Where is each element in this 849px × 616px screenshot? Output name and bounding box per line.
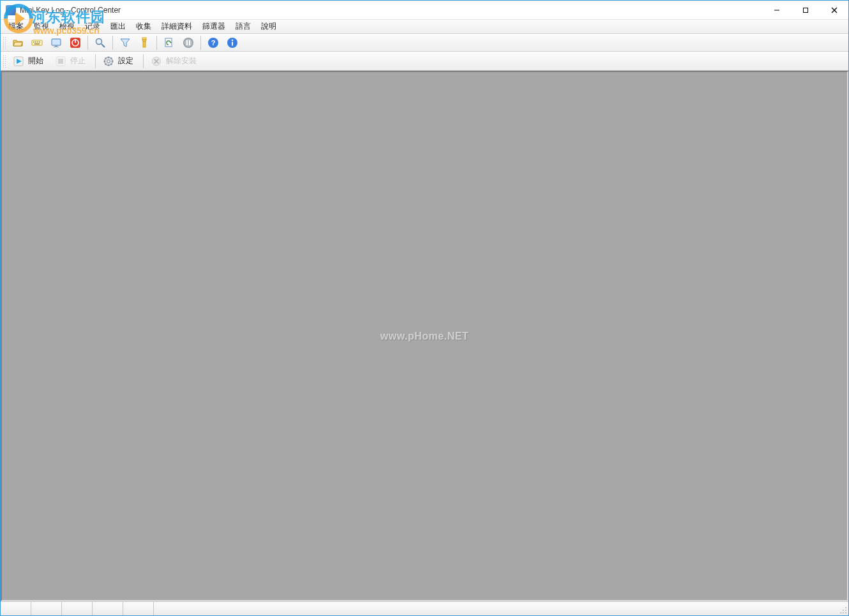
stop-button: 停止 [52, 53, 91, 70]
menu-help[interactable]: 說明 [256, 19, 282, 34]
menu-file[interactable]: 檔案 [3, 19, 29, 34]
svg-rect-31 [232, 41, 233, 45]
svg-point-17 [96, 38, 102, 44]
start-button[interactable]: 開始 [10, 53, 49, 70]
settings-label: 設定 [118, 56, 133, 66]
status-cell [62, 602, 93, 615]
svg-rect-9 [39, 41, 40, 43]
pause-button[interactable] [180, 35, 197, 50]
svg-point-54 [840, 612, 841, 613]
svg-point-30 [232, 39, 234, 41]
refresh-doc-icon [163, 37, 175, 49]
uninstall-label: 解除安裝 [166, 56, 197, 66]
svg-rect-35 [58, 59, 63, 64]
app-icon [6, 5, 16, 15]
flashlight-icon [139, 37, 150, 49]
help-icon: ? [207, 37, 219, 49]
close-icon [831, 7, 838, 13]
icon-toolbar: ? [1, 34, 848, 52]
svg-rect-2 [803, 8, 808, 13]
menu-record[interactable]: 记录 [80, 19, 105, 34]
search-icon [94, 37, 106, 49]
screen-icon [50, 37, 62, 49]
pause-icon [183, 37, 194, 49]
status-cell [123, 602, 154, 615]
search-button[interactable] [92, 35, 109, 50]
toolbar-grip-icon [2, 54, 6, 68]
help-button[interactable]: ? [205, 35, 222, 50]
power-icon [70, 37, 81, 49]
keyboard-button[interactable] [29, 35, 45, 50]
statusbar [1, 601, 848, 615]
toolbar-grip-icon [2, 36, 6, 50]
toolbar-separator [95, 54, 96, 68]
menu-details[interactable]: 詳細資料 [156, 19, 197, 34]
svg-rect-7 [35, 41, 36, 43]
svg-rect-12 [55, 45, 57, 47]
uninstall-button: 解除安裝 [147, 53, 202, 70]
toolbar-separator [87, 36, 88, 50]
resize-grip-icon[interactable] [837, 602, 848, 615]
svg-point-52 [845, 612, 846, 613]
titlebar: Mini Key Log - Control Center [1, 1, 848, 20]
status-cell [93, 602, 123, 615]
action-toolbar: 開始 停止 設定 解除安裝 [1, 52, 848, 71]
info-icon [227, 37, 238, 49]
svg-point-37 [107, 59, 110, 62]
open-icon [12, 37, 24, 49]
open-button[interactable] [10, 35, 26, 50]
svg-rect-25 [186, 40, 188, 45]
svg-point-51 [843, 610, 844, 611]
screen-button[interactable] [48, 35, 64, 50]
stop-icon [55, 56, 66, 67]
menu-view[interactable]: 檢視 [54, 19, 80, 34]
svg-point-53 [843, 612, 844, 613]
settings-button[interactable]: 設定 [100, 53, 139, 70]
menu-collect[interactable]: 收集 [131, 19, 156, 34]
svg-point-49 [845, 607, 846, 608]
status-cell [31, 602, 62, 615]
keyboard-icon [31, 37, 43, 49]
info-button[interactable] [224, 35, 241, 50]
gear-icon [103, 56, 114, 67]
svg-rect-5 [32, 40, 42, 45]
svg-rect-26 [189, 40, 190, 45]
minimize-button[interactable] [762, 1, 791, 20]
minimize-icon [774, 7, 780, 13]
close-button[interactable] [820, 1, 848, 20]
menu-monitor[interactable]: 監視 [29, 19, 54, 34]
filter-icon [119, 37, 131, 49]
toolbar-separator [200, 36, 201, 50]
stop-label: 停止 [70, 56, 86, 66]
play-icon [13, 56, 24, 67]
svg-point-50 [845, 610, 846, 611]
svg-point-24 [184, 38, 193, 47]
content-area: www.pHome.NET [1, 71, 848, 601]
toolbar-separator [143, 54, 144, 68]
menubar: 檔案 監視 檢視 记录 匯出 收集 詳細資料 篩選器 語言 說明 [1, 20, 848, 34]
menu-language[interactable]: 語言 [230, 19, 256, 34]
toolbar-separator [112, 36, 113, 50]
center-watermark: www.pHome.NET [380, 331, 469, 342]
svg-rect-8 [37, 41, 38, 43]
flashlight-button[interactable] [136, 35, 153, 50]
svg-rect-11 [52, 39, 61, 45]
toolbar-separator [156, 36, 157, 50]
svg-rect-13 [54, 47, 59, 47]
window-controls [762, 1, 848, 20]
menu-export[interactable]: 匯出 [105, 19, 131, 34]
window-title: Mini Key Log - Control Center [20, 6, 121, 15]
svg-rect-6 [33, 41, 34, 43]
status-cell [1, 602, 31, 615]
svg-text:?: ? [211, 39, 216, 47]
svg-rect-10 [34, 43, 40, 45]
power-button[interactable] [67, 35, 84, 50]
maximize-button[interactable] [791, 1, 820, 20]
filter-button[interactable] [117, 35, 133, 50]
menu-filter[interactable]: 篩選器 [197, 19, 230, 34]
uninstall-icon [151, 56, 162, 67]
svg-line-18 [101, 44, 105, 47]
start-label: 開始 [28, 56, 43, 66]
maximize-icon [802, 7, 809, 13]
refresh-doc-button[interactable] [161, 35, 177, 50]
